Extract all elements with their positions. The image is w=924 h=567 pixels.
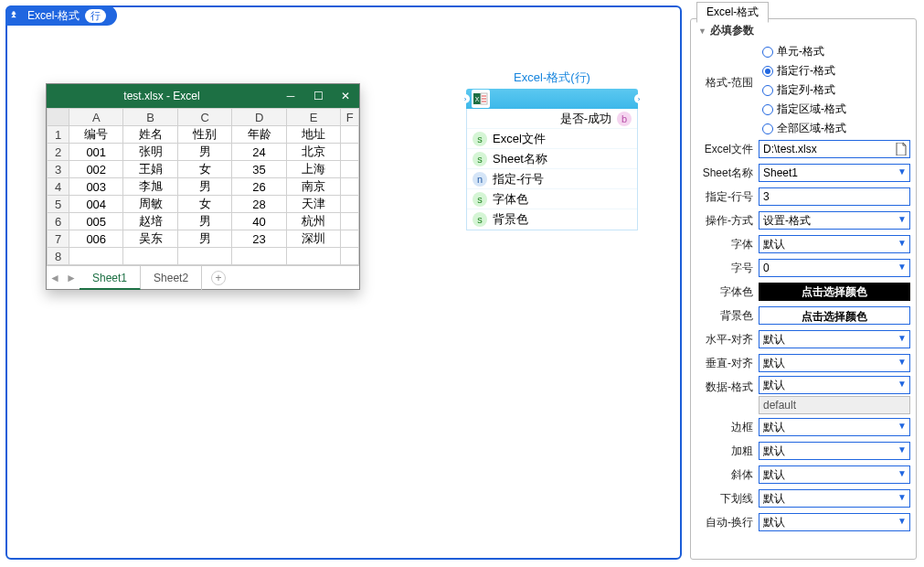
cell[interactable] <box>341 161 359 178</box>
cell[interactable] <box>232 248 286 265</box>
node-output-row[interactable]: 是否-成功 b <box>467 109 637 129</box>
node-input-row[interactable]: sExcel文件 <box>467 129 637 149</box>
scope-radio-option[interactable]: 指定行-格式 <box>762 63 910 79</box>
cell[interactable] <box>177 248 231 265</box>
cell[interactable]: 005 <box>69 213 123 230</box>
row-header[interactable]: 1 <box>48 126 69 144</box>
scope-radio-option[interactable]: 指定列-格式 <box>762 82 910 98</box>
scope-radio-option[interactable]: 单元-格式 <box>762 44 910 59</box>
cell[interactable]: 性别 <box>177 126 231 144</box>
cell[interactable]: 28 <box>232 196 286 213</box>
panel-tab[interactable]: Excel-格式 <box>696 2 769 23</box>
cell[interactable]: 上海 <box>286 161 340 178</box>
sheet-tab[interactable]: Sheet2 <box>141 266 202 290</box>
row-no-input[interactable] <box>759 187 910 206</box>
cell[interactable]: 002 <box>69 161 123 178</box>
cell[interactable]: 王娟 <box>123 161 177 178</box>
cell[interactable]: 男 <box>177 213 231 230</box>
halign-select[interactable] <box>759 330 910 348</box>
col-header[interactable]: A <box>69 109 123 126</box>
cell[interactable] <box>69 248 123 265</box>
cell[interactable]: 001 <box>69 144 123 161</box>
cell[interactable]: 南京 <box>286 178 340 196</box>
italic-select[interactable] <box>759 465 910 484</box>
cell[interactable]: 地址 <box>286 126 340 144</box>
font-select[interactable] <box>759 235 910 253</box>
col-header[interactable]: F <box>341 109 359 126</box>
data-format-select[interactable] <box>759 376 910 394</box>
tab-next-icon[interactable]: ► <box>63 272 80 284</box>
cell[interactable]: 男 <box>177 178 231 196</box>
scope-radio-option[interactable]: 全部区域-格式 <box>762 121 910 136</box>
row-header[interactable]: 6 <box>48 213 69 230</box>
cell[interactable]: 23 <box>232 230 286 248</box>
row-header[interactable]: 3 <box>48 161 69 178</box>
cell[interactable]: 周敏 <box>123 196 177 213</box>
cell[interactable]: 40 <box>232 213 286 230</box>
minimize-icon[interactable]: ─ <box>277 90 304 102</box>
grid-corner[interactable] <box>48 109 69 126</box>
cell[interactable]: 姓名 <box>123 126 177 144</box>
cell[interactable] <box>341 196 359 213</box>
maximize-icon[interactable]: ☐ <box>304 90 332 102</box>
wrap-select[interactable] <box>759 513 910 531</box>
row-header[interactable]: 8 <box>48 248 69 265</box>
font-color-button[interactable]: 点击选择颜色 <box>759 283 910 301</box>
file-icon[interactable] <box>896 143 907 155</box>
cell[interactable]: 李旭 <box>123 178 177 196</box>
row-header[interactable]: 2 <box>48 144 69 161</box>
op-select[interactable] <box>759 211 910 230</box>
cell[interactable]: 编号 <box>69 126 123 144</box>
cell[interactable] <box>341 178 359 196</box>
cell[interactable] <box>341 248 359 265</box>
node-input-row[interactable]: s背景色 <box>467 209 637 230</box>
cell[interactable]: 深圳 <box>286 230 340 248</box>
col-header[interactable]: E <box>286 109 340 126</box>
cell[interactable]: 003 <box>69 178 123 196</box>
cell[interactable] <box>286 248 340 265</box>
cell[interactable] <box>341 230 359 248</box>
node-port-in[interactable]: › <box>461 94 470 103</box>
cell[interactable]: 杭州 <box>286 213 340 230</box>
cell[interactable] <box>341 213 359 230</box>
cell[interactable]: 24 <box>232 144 286 161</box>
cell[interactable]: 006 <box>69 230 123 248</box>
node-port-out[interactable]: › <box>634 94 643 103</box>
underline-select[interactable] <box>759 489 910 508</box>
add-sheet-icon[interactable]: + <box>211 271 226 285</box>
tab-prev-icon[interactable]: ◄ <box>47 272 63 284</box>
cell[interactable]: 年龄 <box>232 126 286 144</box>
col-header[interactable]: B <box>123 109 177 126</box>
bg-color-button[interactable]: 点击选择颜色 <box>759 306 910 325</box>
flow-node[interactable]: Excel-格式(行) › X › 是否-成功 b sExcel文件sSheet… <box>466 70 638 230</box>
bold-select[interactable] <box>759 442 910 460</box>
cell[interactable]: 004 <box>69 196 123 213</box>
node-chip[interactable]: Excel-格式 行 <box>5 5 117 26</box>
cell[interactable]: 35 <box>232 161 286 178</box>
cell[interactable]: 张明 <box>123 144 177 161</box>
sheet-select[interactable] <box>759 164 910 182</box>
node-input-row[interactable]: sSheet名称 <box>467 149 637 169</box>
cell[interactable]: 赵培 <box>123 213 177 230</box>
col-header[interactable]: C <box>177 109 231 126</box>
cell[interactable]: 26 <box>232 178 286 196</box>
cell[interactable]: 女 <box>177 161 231 178</box>
border-select[interactable] <box>759 418 910 436</box>
node-input-row[interactable]: n指定-行号 <box>467 169 637 189</box>
scope-radio-option[interactable]: 指定区域-格式 <box>762 102 910 117</box>
cell[interactable] <box>123 248 177 265</box>
cell[interactable]: 吴东 <box>123 230 177 248</box>
valign-select[interactable] <box>759 354 910 372</box>
cell[interactable]: 天津 <box>286 196 340 213</box>
excel-file-input[interactable] <box>759 140 910 158</box>
close-icon[interactable]: ✕ <box>332 90 359 102</box>
size-select[interactable] <box>759 259 910 277</box>
row-header[interactable]: 7 <box>48 230 69 248</box>
col-header[interactable]: D <box>232 109 286 126</box>
cell[interactable]: 女 <box>177 196 231 213</box>
node-header[interactable]: › X › <box>466 89 638 109</box>
cell[interactable]: 男 <box>177 230 231 248</box>
cell[interactable] <box>341 144 359 161</box>
cell[interactable]: 男 <box>177 144 231 161</box>
node-input-row[interactable]: s字体色 <box>467 189 637 209</box>
